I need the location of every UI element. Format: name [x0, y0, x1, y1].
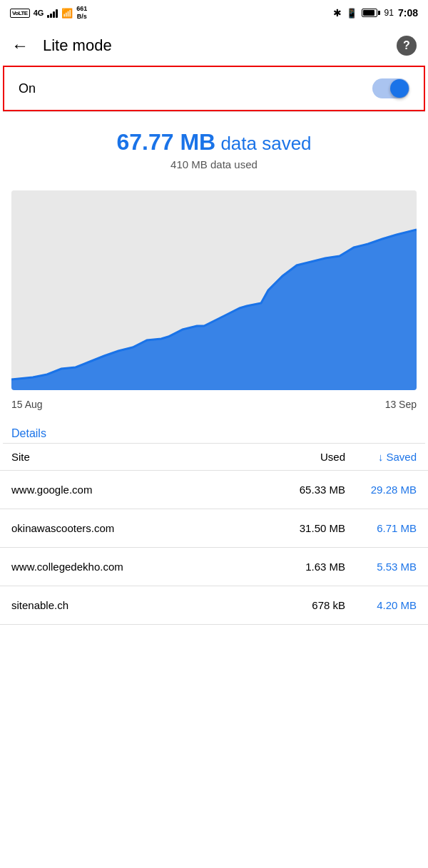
toggle-label: On: [19, 81, 36, 96]
data-used-display: 410 MB data used: [14, 158, 414, 170]
signal-bars: [47, 8, 58, 18]
row-site: www.collegedekho.com: [11, 561, 274, 573]
data-saved-label: data saved: [220, 133, 311, 154]
network-type: 4G: [34, 9, 44, 17]
status-bar: VoLTE 4G 📶 661B/s ✱ 📱 91 7:08: [0, 0, 428, 26]
table-row: www.google.com 65.33 MB 29.28 MB: [0, 471, 428, 509]
details-heading: Details: [0, 422, 428, 443]
chart-date-labels: 15 Aug 13 Sep: [0, 396, 428, 422]
sort-arrow-icon: ↓: [378, 451, 384, 463]
speed-text: 661B/s: [76, 5, 87, 21]
page-title: Lite mode: [43, 36, 397, 55]
row-used: 31.50 MB: [274, 522, 345, 534]
toggle-thumb: [390, 79, 409, 98]
chart-end-date: 13 Sep: [385, 399, 417, 410]
toolbar: ← Lite mode ?: [0, 26, 428, 66]
row-saved: 6.71 MB: [345, 522, 417, 534]
row-saved: 5.53 MB: [345, 561, 417, 573]
lite-mode-toggle-row[interactable]: On: [3, 66, 425, 111]
battery-indicator: [362, 9, 380, 17]
row-site: www.google.com: [11, 484, 274, 496]
phone-icon: 📱: [346, 8, 357, 19]
usage-chart: [11, 190, 417, 390]
chart-start-date: 15 Aug: [11, 399, 43, 410]
col-header-used: Used: [274, 451, 345, 463]
table-row: www.collegedekho.com 1.63 MB 5.53 MB: [0, 548, 428, 586]
row-saved: 4.20 MB: [345, 599, 417, 611]
volte-badge: VoLTE: [10, 9, 30, 18]
table-row: okinawascooters.com 31.50 MB 6.71 MB: [0, 509, 428, 548]
data-summary: 67.77 MB data saved 410 MB data used: [0, 112, 428, 182]
table-row: sitenable.ch 678 kB 4.20 MB: [0, 586, 428, 625]
toggle-switch[interactable]: [372, 78, 409, 98]
help-button[interactable]: ?: [397, 36, 417, 56]
row-used: 678 kB: [274, 599, 345, 611]
row-site: okinawascooters.com: [11, 522, 274, 534]
col-header-saved: ↓Saved: [345, 451, 417, 463]
row-used: 1.63 MB: [274, 561, 345, 573]
battery-percent: 91: [384, 8, 394, 18]
row-used: 65.33 MB: [274, 484, 345, 496]
status-left: VoLTE 4G 📶 661B/s: [10, 5, 87, 21]
data-saved-amount: 67.77 MB: [116, 129, 215, 155]
bluetooth-icon: ✱: [333, 7, 342, 19]
table-header: Site Used ↓Saved: [0, 444, 428, 471]
back-button[interactable]: ←: [11, 36, 29, 56]
row-site: sitenable.ch: [11, 599, 274, 611]
data-saved-display: 67.77 MB data saved: [14, 129, 414, 155]
wifi-icon: 📶: [61, 8, 73, 19]
status-right: ✱ 📱 91 7:08: [333, 7, 418, 19]
col-header-site: Site: [11, 451, 274, 463]
site-table-body: www.google.com 65.33 MB 29.28 MB okinawa…: [0, 471, 428, 625]
time-display: 7:08: [398, 7, 418, 19]
row-saved: 29.28 MB: [345, 484, 417, 496]
